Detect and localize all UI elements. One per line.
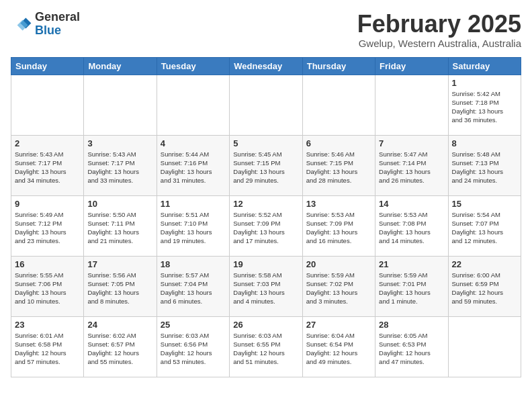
location-subtitle: Gwelup, Western Australia, Australia: [357, 38, 521, 49]
calendar-cell: 15Sunrise: 5:54 AM Sunset: 7:07 PM Dayli…: [448, 195, 521, 256]
day-number: 14: [379, 199, 444, 209]
day-number: 15: [452, 199, 517, 209]
calendar-week-5: 23Sunrise: 6:01 AM Sunset: 6:58 PM Dayli…: [11, 316, 521, 377]
day-info: Sunrise: 6:01 AM Sunset: 6:58 PM Dayligh…: [15, 331, 80, 367]
day-header-sunday: Sunday: [11, 57, 84, 75]
day-header-thursday: Thursday: [302, 57, 375, 75]
day-info: Sunrise: 5:47 AM Sunset: 7:14 PM Dayligh…: [379, 150, 444, 185]
day-number: 22: [452, 259, 517, 269]
day-number: 5: [233, 138, 298, 148]
day-number: 23: [15, 320, 80, 330]
calendar-cell: 19Sunrise: 5:58 AM Sunset: 7:03 PM Dayli…: [230, 256, 302, 316]
day-number: 24: [87, 320, 152, 330]
calendar-cell: 21Sunrise: 5:59 AM Sunset: 7:01 PM Dayli…: [375, 256, 448, 316]
day-number: 6: [306, 138, 371, 148]
logo-general-text: General: [35, 10, 80, 24]
day-number: 1: [452, 78, 517, 88]
day-info: Sunrise: 5:42 AM Sunset: 7:18 PM Dayligh…: [452, 89, 517, 125]
calendar-table: SundayMondayTuesdayWednesdayThursdayFrid…: [11, 57, 521, 377]
logo-blue-text: Blue: [35, 24, 61, 37]
day-number: 20: [306, 259, 371, 269]
calendar-cell: 11Sunrise: 5:51 AM Sunset: 7:10 PM Dayli…: [157, 195, 229, 256]
day-number: 27: [306, 320, 371, 330]
day-number: 4: [161, 138, 226, 148]
day-info: Sunrise: 5:51 AM Sunset: 7:10 PM Dayligh…: [161, 210, 226, 246]
day-header-friday: Friday: [375, 57, 448, 75]
day-header-tuesday: Tuesday: [157, 57, 229, 75]
logo-icon: [11, 13, 32, 35]
day-number: 9: [15, 199, 80, 209]
day-number: 2: [15, 138, 80, 148]
day-number: 13: [306, 199, 371, 209]
calendar-cell: 17Sunrise: 5:56 AM Sunset: 7:05 PM Dayli…: [84, 256, 157, 316]
day-number: 7: [379, 138, 444, 148]
calendar-cell: 13Sunrise: 5:53 AM Sunset: 7:09 PM Dayli…: [302, 195, 375, 256]
day-info: Sunrise: 5:50 AM Sunset: 7:11 PM Dayligh…: [87, 210, 152, 246]
calendar-cell: 14Sunrise: 5:53 AM Sunset: 7:08 PM Dayli…: [375, 195, 448, 256]
logo: General Blue: [11, 11, 80, 38]
calendar-week-4: 16Sunrise: 5:55 AM Sunset: 7:06 PM Dayli…: [11, 256, 521, 316]
day-info: Sunrise: 5:59 AM Sunset: 7:02 PM Dayligh…: [306, 271, 371, 306]
calendar-cell: 12Sunrise: 5:52 AM Sunset: 7:09 PM Dayli…: [230, 195, 302, 256]
day-number: 28: [379, 320, 444, 330]
calendar-cell: 24Sunrise: 6:02 AM Sunset: 6:57 PM Dayli…: [84, 316, 157, 377]
title-block: February 2025 Gwelup, Western Australia,…: [357, 11, 521, 49]
day-info: Sunrise: 6:03 AM Sunset: 6:56 PM Dayligh…: [161, 331, 226, 367]
calendar-cell: [11, 75, 84, 135]
calendar-cell: [448, 316, 521, 377]
calendar-cell: [84, 75, 157, 135]
calendar-week-1: 1Sunrise: 5:42 AM Sunset: 7:18 PM Daylig…: [11, 75, 521, 135]
day-header-monday: Monday: [84, 57, 157, 75]
calendar-cell: 7Sunrise: 5:47 AM Sunset: 7:14 PM Daylig…: [375, 135, 448, 195]
calendar-week-2: 2Sunrise: 5:43 AM Sunset: 7:17 PM Daylig…: [11, 135, 521, 195]
day-info: Sunrise: 5:44 AM Sunset: 7:16 PM Dayligh…: [161, 150, 226, 185]
day-info: Sunrise: 5:56 AM Sunset: 7:05 PM Dayligh…: [87, 271, 152, 306]
calendar-cell: [375, 75, 448, 135]
day-number: 25: [161, 320, 226, 330]
calendar-cell: 2Sunrise: 5:43 AM Sunset: 7:17 PM Daylig…: [11, 135, 84, 195]
calendar-cell: 22Sunrise: 6:00 AM Sunset: 6:59 PM Dayli…: [448, 256, 521, 316]
day-info: Sunrise: 5:53 AM Sunset: 7:08 PM Dayligh…: [379, 210, 444, 246]
day-header-saturday: Saturday: [448, 57, 521, 75]
calendar-cell: [157, 75, 229, 135]
day-number: 18: [161, 259, 226, 269]
day-info: Sunrise: 6:05 AM Sunset: 6:53 PM Dayligh…: [379, 331, 444, 367]
day-info: Sunrise: 5:58 AM Sunset: 7:03 PM Dayligh…: [233, 271, 298, 306]
day-number: 8: [452, 138, 517, 148]
day-info: Sunrise: 5:46 AM Sunset: 7:15 PM Dayligh…: [306, 150, 371, 185]
calendar-cell: [302, 75, 375, 135]
calendar-cell: 4Sunrise: 5:44 AM Sunset: 7:16 PM Daylig…: [157, 135, 229, 195]
day-number: 11: [161, 199, 226, 209]
day-header-wednesday: Wednesday: [230, 57, 302, 75]
calendar-cell: 10Sunrise: 5:50 AM Sunset: 7:11 PM Dayli…: [84, 195, 157, 256]
calendar-cell: 8Sunrise: 5:48 AM Sunset: 7:13 PM Daylig…: [448, 135, 521, 195]
day-info: Sunrise: 5:45 AM Sunset: 7:15 PM Dayligh…: [233, 150, 298, 185]
calendar-cell: 16Sunrise: 5:55 AM Sunset: 7:06 PM Dayli…: [11, 256, 84, 316]
day-number: 26: [233, 320, 298, 330]
day-info: Sunrise: 5:43 AM Sunset: 7:17 PM Dayligh…: [15, 150, 80, 185]
day-info: Sunrise: 5:53 AM Sunset: 7:09 PM Dayligh…: [306, 210, 371, 246]
day-number: 16: [15, 259, 80, 269]
calendar-week-3: 9Sunrise: 5:49 AM Sunset: 7:12 PM Daylig…: [11, 195, 521, 256]
calendar-cell: 27Sunrise: 6:04 AM Sunset: 6:54 PM Dayli…: [302, 316, 375, 377]
calendar-cell: 18Sunrise: 5:57 AM Sunset: 7:04 PM Dayli…: [157, 256, 229, 316]
day-number: 12: [233, 199, 298, 209]
calendar-cell: 26Sunrise: 6:03 AM Sunset: 6:55 PM Dayli…: [230, 316, 302, 377]
day-info: Sunrise: 5:49 AM Sunset: 7:12 PM Dayligh…: [15, 210, 80, 246]
calendar-cell: 3Sunrise: 5:43 AM Sunset: 7:17 PM Daylig…: [84, 135, 157, 195]
header: General Blue February 2025 Gwelup, Weste…: [11, 11, 521, 49]
day-info: Sunrise: 6:02 AM Sunset: 6:57 PM Dayligh…: [87, 331, 152, 367]
day-info: Sunrise: 5:55 AM Sunset: 7:06 PM Dayligh…: [15, 271, 80, 306]
calendar-cell: 25Sunrise: 6:03 AM Sunset: 6:56 PM Dayli…: [157, 316, 229, 377]
day-number: 21: [379, 259, 444, 269]
day-info: Sunrise: 5:54 AM Sunset: 7:07 PM Dayligh…: [452, 210, 517, 246]
day-info: Sunrise: 5:57 AM Sunset: 7:04 PM Dayligh…: [161, 271, 226, 306]
day-info: Sunrise: 6:00 AM Sunset: 6:59 PM Dayligh…: [452, 271, 517, 306]
day-info: Sunrise: 5:48 AM Sunset: 7:13 PM Dayligh…: [452, 150, 517, 185]
calendar-cell: 20Sunrise: 5:59 AM Sunset: 7:02 PM Dayli…: [302, 256, 375, 316]
calendar-cell: 1Sunrise: 5:42 AM Sunset: 7:18 PM Daylig…: [448, 75, 521, 135]
day-number: 3: [87, 138, 152, 148]
calendar-cell: 5Sunrise: 5:45 AM Sunset: 7:15 PM Daylig…: [230, 135, 302, 195]
calendar-cell: 23Sunrise: 6:01 AM Sunset: 6:58 PM Dayli…: [11, 316, 84, 377]
day-info: Sunrise: 6:03 AM Sunset: 6:55 PM Dayligh…: [233, 331, 298, 367]
